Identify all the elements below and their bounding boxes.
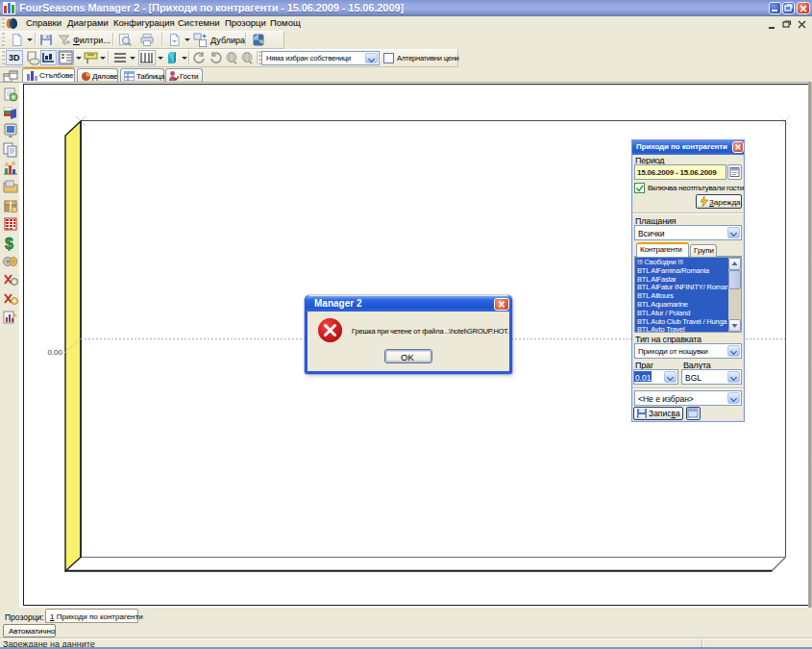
svg-text:0.00: 0.00 bbox=[47, 348, 62, 357]
